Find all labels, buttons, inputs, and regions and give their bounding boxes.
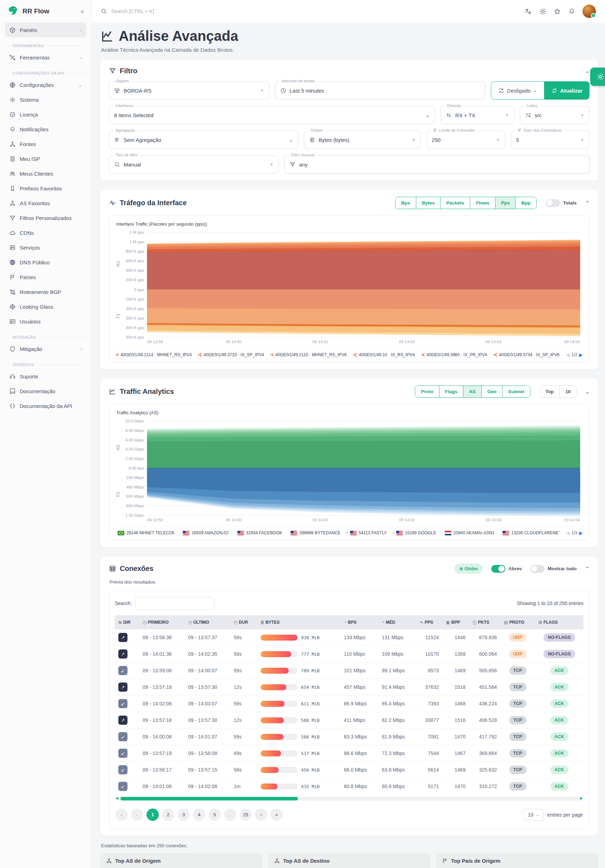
interface-traffic-collapse-chevron-icon[interactable]: ⌃: [585, 200, 589, 206]
column-header-bps[interactable]: ◔BPS: [341, 615, 379, 629]
page-button-4[interactable]: 4: [193, 809, 205, 821]
sidebar-item-ferramentas[interactable]: Ferramentas›: [5, 50, 86, 65]
sidebar-item-dns-p-blico[interactable]: DNS Público: [5, 255, 86, 270]
traffic-analytics-chart[interactable]: 10.0 Gbps8.00 Gbps6.00 Gbps4.00 Gbps2.00…: [115, 418, 583, 524]
tab-pps[interactable]: Pps: [495, 197, 516, 209]
sidebar-item-servi-os[interactable]: Serviços: [5, 240, 86, 255]
page-button-«[interactable]: «: [115, 809, 128, 821]
topo-select[interactable]: Topo das Estatísticas 5 ▼: [511, 130, 589, 149]
column-header-bytes[interactable]: ≣BYTES: [257, 615, 341, 629]
origem-select[interactable]: Origem BORDA-RS ▼: [109, 81, 269, 99]
legend-item[interactable]: 13335 CLOUDFLARENET: [500, 530, 560, 535]
time-range-field[interactable]: Intervalo de tempo Last 5 minutes: [275, 81, 485, 99]
legend-prev-icon[interactable]: ◀: [566, 530, 570, 536]
tab-bps[interactable]: Bps: [396, 197, 416, 209]
lados-select[interactable]: Lados src ▼: [520, 106, 589, 124]
column-header-flags[interactable]: ⊞FLAGS: [535, 615, 583, 629]
limite-select[interactable]: Limite de Conexões 250 ▼: [427, 130, 505, 149]
page-button-›[interactable]: ›: [255, 809, 267, 821]
page-button-1[interactable]: 1: [146, 809, 159, 821]
sidebar-item-mitiga-o[interactable]: Mitigação›: [5, 341, 86, 356]
globo-badge[interactable]: ⊕Globo: [454, 564, 482, 574]
table-row[interactable]: ↙09 - 13:59:0809 - 14:00:0759s709 MiB101…: [115, 662, 583, 679]
favorites-star-icon[interactable]: [554, 8, 561, 15]
legend-item[interactable]: 396986 BYTEDANCE: [289, 530, 340, 535]
column-header-último[interactable]: ◷ÚLTIMO: [185, 615, 230, 629]
sidebar-item-filtros-personalizados[interactable]: Filtros Personalizados: [5, 211, 86, 225]
sidebar-item-fontes[interactable]: Fontes: [5, 136, 86, 151]
page-button-…[interactable]: …: [224, 809, 236, 821]
sidebar-item-prefixos-favoritos[interactable]: Prefixos Favoritos: [5, 181, 86, 196]
legend-item[interactable]: 40GE0/1/49.3734 · IX_SP_IPV6: [493, 352, 559, 357]
sidebar-item-configura-es[interactable]: Configurações⌄: [5, 78, 86, 92]
user-avatar[interactable]: [582, 5, 596, 18]
tab-proto[interactable]: Proto: [415, 386, 439, 397]
legend-item[interactable]: 20940 AKAMAI-ASN1: [443, 530, 494, 535]
legend-item[interactable]: 54113 FASTLY: [346, 530, 387, 535]
legend-item[interactable]: 15169 GOOGLE: [393, 530, 436, 535]
sidebar-item-suporte[interactable]: Suporte: [5, 369, 86, 384]
table-row[interactable]: ↙09 - 14:00:0809 - 14:01:0759s586 MiB83.…: [115, 728, 583, 745]
direcao-select[interactable]: Direção RX + TX ▼: [441, 106, 514, 124]
table-row[interactable]: ↗09 - 13:56:3809 - 13:57:3759s938 MiB133…: [115, 629, 583, 646]
agregacao-select[interactable]: Agregação Sem Agregação ⌄: [109, 130, 298, 149]
legend-item[interactable]: 40GE0/1/49.10 · IX_RS_IPV4: [353, 352, 414, 357]
page-button-25[interactable]: 25: [239, 809, 252, 821]
table-row[interactable]: ↙09 - 14:01:0809 - 14:02:081m435 MiB60.8…: [115, 778, 583, 795]
page-button-5[interactable]: 5: [208, 809, 221, 821]
sidebar-item-pain-is[interactable]: Painéis›: [5, 23, 86, 37]
page-button-2[interactable]: 2: [162, 809, 174, 821]
filtro-manual-input[interactable]: Filtro manual any: [284, 155, 589, 174]
table-row[interactable]: ↙09 - 14:02:0809 - 14:03:0759s611 MiB86.…: [115, 696, 583, 712]
table-row[interactable]: ↙09 - 13:56:1709 - 13:57:1558s456 MiB66.…: [115, 762, 583, 778]
column-header-dur[interactable]: ◴DUR: [230, 615, 257, 629]
top-n-selector[interactable]: Top 10: [540, 386, 577, 398]
connections-collapse-chevron-icon[interactable]: ⌃: [585, 566, 589, 572]
sidebar-item-cdns[interactable]: CDNs: [5, 225, 86, 240]
tab-flows[interactable]: Flows: [470, 197, 495, 209]
auto-refresh-button[interactable]: Desligado ⌄: [491, 81, 544, 99]
ordem-select[interactable]: Ordem Bytes (bytes) ▼: [304, 130, 421, 149]
tab-as[interactable]: AS: [464, 386, 482, 397]
column-header-pkts[interactable]: ◫PKTS: [469, 615, 500, 629]
legend-item[interactable]: 40GE0/1/49.2115 · MHNET_RS_IPV6: [270, 352, 346, 357]
page-button-»[interactable]: »: [270, 809, 283, 821]
legend-item[interactable]: 32934 FACEBOOK: [235, 530, 282, 535]
tab-packets[interactable]: Packets: [441, 197, 470, 209]
sidebar-item-documenta-o[interactable]: Documentação: [5, 384, 86, 398]
column-header-méd[interactable]: ◔MÉD: [378, 615, 416, 629]
column-header-pps[interactable]: ∿PPS: [416, 615, 442, 629]
legend-item[interactable]: 28146 MHNET TELECOM: [115, 530, 174, 535]
sidebar-item-notifica-es[interactable]: Notificações: [5, 122, 86, 136]
tab-bpp[interactable]: Bpp: [515, 197, 536, 209]
legend-item[interactable]: 40GE0/1/49.3733 · IX_SP_IPV4: [198, 352, 264, 357]
search-input[interactable]: [111, 8, 217, 14]
table-horizontal-scrollbar[interactable]: [115, 797, 583, 801]
table-row[interactable]: ↙09 - 13:57:1909 - 13:58:0849s517 MiB88.…: [115, 745, 583, 762]
legend-item[interactable]: 40GE0/1/49.2114 · MHNET_RS_IPV4: [115, 352, 192, 357]
legend-next-icon[interactable]: ▶: [579, 352, 583, 358]
filter-collapse-chevron-icon[interactable]: ⌄: [585, 68, 589, 74]
totals-toggle[interactable]: [546, 199, 560, 207]
sidebar-item-usu-rios[interactable]: Usuários: [5, 314, 86, 329]
floating-settings-button[interactable]: [590, 68, 605, 86]
sidebar-item-documenta-o-da-api[interactable]: Documentação da API: [5, 398, 86, 413]
abrev-toggle[interactable]: [491, 565, 505, 573]
sidebar-item-licen-a[interactable]: Licença: [5, 107, 86, 122]
legend-item[interactable]: 16509 AMAZON-02: [181, 530, 228, 535]
tab-subnet[interactable]: Subnet: [503, 386, 530, 397]
column-header-proto[interactable]: ▤PROTO: [500, 615, 535, 629]
column-header-bpp[interactable]: ▣BPP: [442, 615, 469, 629]
traffic-analytics-collapse-chevron-icon[interactable]: ⌄: [585, 389, 589, 395]
sidebar-item-sistema[interactable]: Sistema: [5, 92, 86, 107]
sidebar-item-meus-clientes[interactable]: Meus Clientes: [5, 166, 86, 181]
table-search-input[interactable]: [135, 597, 214, 610]
theme-sun-icon[interactable]: [539, 8, 546, 15]
interface-traffic-chart[interactable]: 1 M pps1 M pps800 K pps600 K pps400 K pp…: [115, 229, 583, 346]
per-page-select[interactable]: 10⌄: [523, 809, 544, 821]
column-header-dir[interactable]: ⇆DIR: [115, 615, 139, 629]
tab-flags[interactable]: Flags: [439, 386, 464, 397]
sidebar-item-as-favoritos[interactable]: AS Favoritos: [5, 196, 86, 211]
page-button-‹[interactable]: ‹: [131, 809, 143, 821]
column-header-primeiro[interactable]: ◷PRIMEIRO: [139, 615, 185, 629]
